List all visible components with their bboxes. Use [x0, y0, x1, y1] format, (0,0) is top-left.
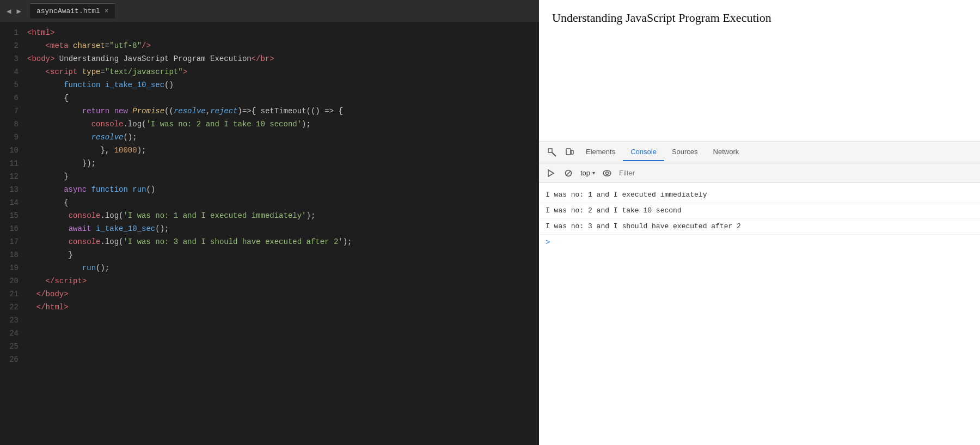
tab-network[interactable]: Network	[706, 143, 747, 161]
code-line-3: <body> Understanding JavaScript Program …	[27, 52, 535, 65]
code-line-5: function i_take_10_sec()	[27, 78, 535, 92]
code-line-17: await i_take_10_sec();	[27, 222, 535, 235]
line-num-7: 7	[2, 105, 19, 118]
line-num-19: 19	[2, 261, 19, 275]
svg-rect-0	[548, 149, 552, 153]
line-num-21: 21	[2, 288, 19, 301]
console-line-1: I was no: 1 and I executed immediately	[539, 187, 980, 203]
code-line-9: resolve();	[27, 131, 535, 144]
code-line-18: console.log('I was no: 3 and I should ha…	[27, 235, 535, 248]
code-line-6: {	[27, 92, 535, 105]
line-num-16: 16	[2, 222, 19, 235]
line-num-12: 12	[2, 170, 19, 183]
context-value: top	[580, 169, 590, 177]
svg-marker-4	[548, 170, 554, 176]
editor-tab-active[interactable]: asyncAwait.html ×	[30, 3, 115, 19]
devtools-toolbar: top ▾	[539, 163, 980, 183]
code-line-16: console.log('I was no: 1 and I executed …	[27, 209, 535, 222]
line-num-5: 5	[2, 78, 19, 92]
code-line-26: </html>	[27, 301, 535, 314]
line-num-8: 8	[2, 118, 19, 131]
play-icon[interactable]	[543, 166, 559, 181]
filter-input[interactable]	[617, 169, 976, 177]
devtools-tab-bar: Elements Console Sources Network	[539, 142, 980, 163]
inspect-element-icon[interactable]	[543, 144, 561, 161]
editor-tab-bar: ◀ ▶ asyncAwait.html ×	[0, 0, 539, 22]
tab-filename: asyncAwait.html	[36, 7, 100, 15]
line-num-26: 26	[2, 353, 19, 366]
code-line-2: <meta charset="utf-8"/>	[27, 39, 535, 52]
line-num-18: 18	[2, 248, 19, 261]
svg-point-7	[603, 170, 611, 176]
code-line-8: console.log('I was no: 2 and I take 10 s…	[27, 118, 535, 131]
svg-rect-2	[566, 149, 571, 155]
line-num-22: 22	[2, 301, 19, 314]
code-line-4: <script type="text/javascript">	[27, 65, 535, 78]
devtools-panel: Elements Console Sources Network top ▾	[539, 142, 980, 445]
code-line-7: return new Promise((resolve,reject)=>{ s…	[27, 105, 535, 118]
line-num-24: 24	[2, 327, 19, 340]
block-icon[interactable]	[561, 166, 576, 181]
right-panel: Understanding JavaScript Program Executi…	[539, 0, 980, 445]
line-num-6: 6	[2, 92, 19, 105]
line-num-4: 4	[2, 65, 19, 78]
code-line-15: {	[27, 196, 535, 209]
console-output: I was no: 1 and I executed immediately I…	[539, 183, 980, 445]
nav-back-icon[interactable]: ◀	[4, 5, 13, 17]
line-num-13: 13	[2, 183, 19, 196]
line-num-2: 2	[2, 39, 19, 52]
svg-point-8	[606, 172, 609, 174]
tab-elements[interactable]: Elements	[578, 143, 623, 161]
code-line-10: }, 10000);	[27, 144, 535, 157]
console-line-2: I was no: 2 and I take 10 second	[539, 203, 980, 219]
line-num-3: 3	[2, 52, 19, 65]
line-num-17: 17	[2, 235, 19, 248]
line-numbers: 1234567891011121314151617181920212223242…	[0, 26, 23, 441]
code-line-1: <html>	[27, 26, 535, 39]
code-line-12: }	[27, 170, 535, 183]
tab-close-icon[interactable]: ×	[105, 8, 108, 15]
console-line-3: I was no: 3 and I should have executed a…	[539, 219, 980, 235]
eye-icon[interactable]	[599, 166, 615, 181]
line-num-14: 14	[2, 196, 19, 209]
code-line-23: </script>	[27, 275, 535, 288]
code-content[interactable]: <html> <meta charset="utf-8"/><body> Und…	[23, 26, 539, 441]
dropdown-arrow-icon: ▾	[592, 170, 595, 176]
svg-rect-3	[571, 150, 573, 154]
editor-panel: ◀ ▶ asyncAwait.html × 123456789101112131…	[0, 0, 539, 445]
context-selector[interactable]: top ▾	[578, 168, 597, 178]
nav-fwd-icon[interactable]: ▶	[14, 5, 23, 17]
line-num-11: 11	[2, 157, 19, 170]
code-line-14: async function run()	[27, 183, 535, 196]
line-num-25: 25	[2, 340, 19, 353]
code-line-21: run();	[27, 261, 535, 275]
line-num-9: 9	[2, 131, 19, 144]
line-num-1: 1	[2, 26, 19, 39]
browser-viewport: Understanding JavaScript Program Executi…	[539, 0, 980, 142]
code-line-19: }	[27, 248, 535, 261]
line-num-20: 20	[2, 275, 19, 288]
code-line-11: });	[27, 157, 535, 170]
nav-arrows: ◀ ▶	[4, 5, 23, 17]
code-area[interactable]: 1234567891011121314151617181920212223242…	[0, 22, 539, 445]
tab-console[interactable]: Console	[623, 143, 664, 161]
console-prompt[interactable]: >	[539, 235, 980, 250]
browser-page-title: Understanding JavaScript Program Executi…	[552, 11, 967, 25]
line-num-23: 23	[2, 314, 19, 327]
tab-sources[interactable]: Sources	[664, 143, 706, 161]
line-num-15: 15	[2, 209, 19, 222]
svg-line-6	[566, 171, 571, 175]
code-line-24: </body>	[27, 288, 535, 301]
device-mode-icon[interactable]	[561, 144, 578, 161]
svg-line-1	[552, 153, 556, 156]
line-num-10: 10	[2, 144, 19, 157]
